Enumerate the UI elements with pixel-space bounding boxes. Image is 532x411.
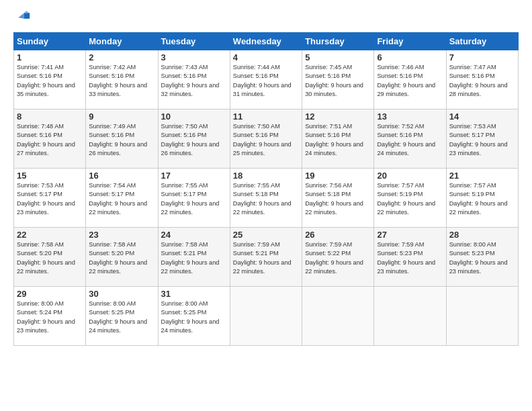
day-info: Sunrise: 7:57 AM Sunset: 5:19 PM Dayligh… — [377, 181, 443, 217]
calendar-week-4: 22Sunrise: 7:58 AM Sunset: 5:20 PM Dayli… — [14, 228, 519, 287]
day-number: 30 — [89, 289, 154, 299]
weekday-header-thursday: Thursday — [302, 33, 374, 50]
day-number: 1 — [17, 52, 83, 62]
calendar-cell: 5Sunrise: 7:45 AM Sunset: 5:16 PM Daylig… — [302, 50, 374, 109]
weekday-header-row: SundayMondayTuesdayWednesdayThursdayFrid… — [14, 33, 519, 50]
day-number: 13 — [377, 111, 443, 122]
day-info: Sunrise: 8:00 AM Sunset: 5:25 PM Dayligh… — [161, 300, 227, 335]
day-info: Sunrise: 7:49 AM Sunset: 5:16 PM Dayligh… — [89, 122, 154, 158]
calendar-cell: 24Sunrise: 7:58 AM Sunset: 5:21 PM Dayli… — [158, 228, 230, 287]
day-number: 28 — [449, 230, 515, 240]
day-info: Sunrise: 7:53 AM Sunset: 5:17 PM Dayligh… — [449, 122, 515, 158]
day-info: Sunrise: 7:57 AM Sunset: 5:19 PM Dayligh… — [449, 181, 515, 217]
day-number: 15 — [17, 171, 83, 181]
day-info: Sunrise: 7:48 AM Sunset: 5:16 PM Dayligh… — [17, 122, 83, 158]
calendar-cell: 2Sunrise: 7:42 AM Sunset: 5:16 PM Daylig… — [86, 50, 158, 109]
calendar-cell: 1Sunrise: 7:41 AM Sunset: 5:16 PM Daylig… — [14, 50, 86, 109]
day-number: 21 — [449, 171, 515, 181]
calendar-cell: 8Sunrise: 7:48 AM Sunset: 5:16 PM Daylig… — [14, 109, 86, 169]
day-info: Sunrise: 7:50 AM Sunset: 5:16 PM Dayligh… — [233, 122, 299, 158]
header — [13, 11, 519, 26]
day-info: Sunrise: 7:45 AM Sunset: 5:16 PM Dayligh… — [305, 63, 371, 99]
day-info: Sunrise: 8:00 AM Sunset: 5:23 PM Dayligh… — [449, 240, 515, 276]
calendar-cell: 14Sunrise: 7:53 AM Sunset: 5:17 PM Dayli… — [446, 109, 518, 169]
day-info: Sunrise: 7:46 AM Sunset: 5:16 PM Dayligh… — [377, 63, 443, 99]
day-number: 7 — [449, 52, 515, 62]
weekday-header-saturday: Saturday — [446, 33, 518, 50]
calendar-cell — [230, 287, 302, 346]
day-info: Sunrise: 7:59 AM Sunset: 5:23 PM Dayligh… — [377, 240, 443, 276]
day-info: Sunrise: 7:58 AM Sunset: 5:20 PM Dayligh… — [17, 240, 83, 276]
calendar-cell: 3Sunrise: 7:43 AM Sunset: 5:16 PM Daylig… — [158, 50, 230, 109]
day-number: 19 — [305, 171, 371, 181]
day-number: 20 — [377, 171, 443, 181]
calendar-cell: 27Sunrise: 7:59 AM Sunset: 5:23 PM Dayli… — [374, 228, 446, 287]
calendar-cell: 29Sunrise: 8:00 AM Sunset: 5:24 PM Dayli… — [14, 287, 86, 346]
day-number: 23 — [89, 230, 154, 240]
calendar-cell: 16Sunrise: 7:54 AM Sunset: 5:17 PM Dayli… — [86, 169, 158, 228]
calendar-cell: 9Sunrise: 7:49 AM Sunset: 5:16 PM Daylig… — [86, 109, 158, 169]
day-info: Sunrise: 7:42 AM Sunset: 5:16 PM Dayligh… — [89, 63, 154, 99]
weekday-header-wednesday: Wednesday — [230, 33, 302, 50]
calendar-week-5: 29Sunrise: 8:00 AM Sunset: 5:24 PM Dayli… — [14, 287, 519, 346]
logo — [13, 11, 35, 26]
calendar-cell: 11Sunrise: 7:50 AM Sunset: 5:16 PM Dayli… — [230, 109, 302, 169]
calendar-cell: 23Sunrise: 7:58 AM Sunset: 5:20 PM Dayli… — [86, 228, 158, 287]
day-info: Sunrise: 7:44 AM Sunset: 5:16 PM Dayligh… — [233, 63, 299, 99]
calendar-cell: 31Sunrise: 8:00 AM Sunset: 5:25 PM Dayli… — [158, 287, 230, 346]
day-number: 12 — [305, 111, 371, 122]
weekday-header-monday: Monday — [86, 33, 158, 50]
calendar-cell: 10Sunrise: 7:50 AM Sunset: 5:16 PM Dayli… — [158, 109, 230, 169]
calendar-cell: 19Sunrise: 7:56 AM Sunset: 5:18 PM Dayli… — [302, 169, 374, 228]
day-info: Sunrise: 7:41 AM Sunset: 5:16 PM Dayligh… — [17, 63, 83, 99]
day-info: Sunrise: 7:55 AM Sunset: 5:18 PM Dayligh… — [233, 181, 299, 217]
page: SundayMondayTuesdayWednesdayThursdayFrid… — [0, 0, 532, 411]
calendar-cell: 28Sunrise: 8:00 AM Sunset: 5:23 PM Dayli… — [446, 228, 518, 287]
day-number: 29 — [17, 289, 83, 299]
calendar-cell: 30Sunrise: 8:00 AM Sunset: 5:25 PM Dayli… — [86, 287, 158, 346]
day-number: 11 — [233, 111, 299, 122]
calendar-cell — [446, 287, 518, 346]
day-info: Sunrise: 7:51 AM Sunset: 5:16 PM Dayligh… — [305, 122, 371, 158]
calendar-cell: 12Sunrise: 7:51 AM Sunset: 5:16 PM Dayli… — [302, 109, 374, 169]
day-info: Sunrise: 7:56 AM Sunset: 5:18 PM Dayligh… — [305, 181, 371, 217]
day-info: Sunrise: 7:58 AM Sunset: 5:21 PM Dayligh… — [161, 240, 227, 276]
day-number: 14 — [449, 111, 515, 122]
day-info: Sunrise: 8:00 AM Sunset: 5:25 PM Dayligh… — [89, 300, 154, 335]
calendar-cell — [302, 287, 374, 346]
day-info: Sunrise: 8:00 AM Sunset: 5:24 PM Dayligh… — [17, 300, 83, 335]
day-number: 5 — [305, 52, 371, 62]
day-number: 27 — [377, 230, 443, 240]
calendar-cell: 21Sunrise: 7:57 AM Sunset: 5:19 PM Dayli… — [446, 169, 518, 228]
day-number: 4 — [233, 52, 299, 62]
day-number: 31 — [161, 289, 227, 299]
day-info: Sunrise: 7:59 AM Sunset: 5:22 PM Dayligh… — [305, 240, 371, 276]
calendar-cell: 18Sunrise: 7:55 AM Sunset: 5:18 PM Dayli… — [230, 169, 302, 228]
calendar-cell — [374, 287, 446, 346]
calendar-cell: 7Sunrise: 7:47 AM Sunset: 5:16 PM Daylig… — [446, 50, 518, 109]
calendar-cell: 4Sunrise: 7:44 AM Sunset: 5:16 PM Daylig… — [230, 50, 302, 109]
weekday-header-tuesday: Tuesday — [158, 33, 230, 50]
calendar-cell: 15Sunrise: 7:53 AM Sunset: 5:17 PM Dayli… — [14, 169, 86, 228]
day-info: Sunrise: 7:55 AM Sunset: 5:17 PM Dayligh… — [161, 181, 227, 217]
day-number: 3 — [161, 52, 227, 62]
weekday-header-sunday: Sunday — [14, 33, 86, 50]
day-number: 2 — [89, 52, 154, 62]
day-number: 9 — [89, 111, 154, 122]
logo-icon — [13, 11, 32, 26]
day-info: Sunrise: 7:50 AM Sunset: 5:16 PM Dayligh… — [161, 122, 227, 158]
calendar-week-3: 15Sunrise: 7:53 AM Sunset: 5:17 PM Dayli… — [14, 169, 519, 228]
calendar-cell: 25Sunrise: 7:59 AM Sunset: 5:21 PM Dayli… — [230, 228, 302, 287]
weekday-header-friday: Friday — [374, 33, 446, 50]
day-number: 8 — [17, 111, 83, 122]
day-number: 26 — [305, 230, 371, 240]
calendar-cell: 22Sunrise: 7:58 AM Sunset: 5:20 PM Dayli… — [14, 228, 86, 287]
day-info: Sunrise: 7:47 AM Sunset: 5:16 PM Dayligh… — [449, 63, 515, 99]
calendar-cell: 6Sunrise: 7:46 AM Sunset: 5:16 PM Daylig… — [374, 50, 446, 109]
calendar-week-2: 8Sunrise: 7:48 AM Sunset: 5:16 PM Daylig… — [14, 109, 519, 169]
calendar: SundayMondayTuesdayWednesdayThursdayFrid… — [13, 32, 519, 346]
day-number: 16 — [89, 171, 154, 181]
day-info: Sunrise: 7:43 AM Sunset: 5:16 PM Dayligh… — [161, 63, 227, 99]
calendar-cell: 13Sunrise: 7:52 AM Sunset: 5:16 PM Dayli… — [374, 109, 446, 169]
day-info: Sunrise: 7:52 AM Sunset: 5:16 PM Dayligh… — [377, 122, 443, 158]
